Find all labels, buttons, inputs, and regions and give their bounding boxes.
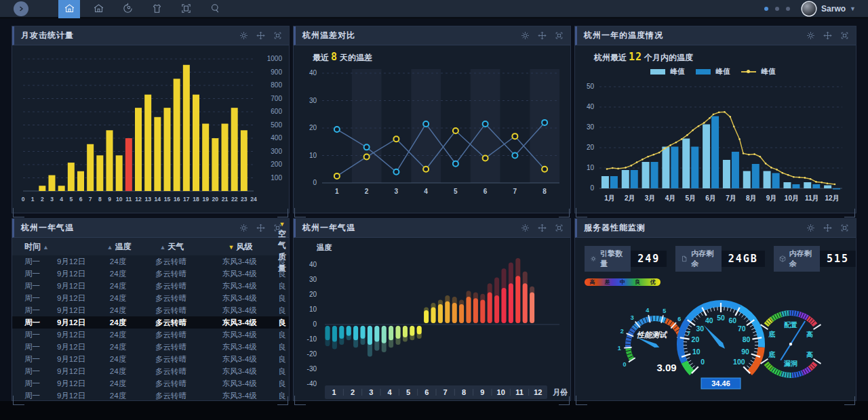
svg-text:30: 30	[696, 324, 704, 333]
svg-text:3: 3	[369, 388, 373, 396]
panel-title: 杭州一年气温	[21, 222, 74, 234]
move-icon[interactable]	[256, 224, 265, 232]
nav-item-refresh[interactable]	[117, 0, 138, 18]
fullscreen-icon[interactable]	[840, 224, 849, 232]
sort-arrow-icon[interactable]: ▲	[107, 244, 113, 251]
move-icon[interactable]	[538, 31, 547, 40]
pager-dot[interactable]	[786, 7, 790, 11]
table-row[interactable]: 周一9月12日24度多云转晴东风3-4级良	[12, 292, 289, 304]
table-cell: 24度	[98, 257, 138, 267]
svg-text:300: 300	[271, 148, 282, 155]
table-cell: 良	[275, 354, 289, 364]
svg-text:500: 500	[271, 121, 282, 129]
svg-text:600: 600	[271, 108, 282, 115]
gear-icon[interactable]	[239, 31, 248, 40]
svg-text:底: 底	[768, 331, 776, 338]
column-header-temperature[interactable]: ▲温度	[98, 241, 138, 253]
svg-text:34.46: 34.46	[711, 379, 730, 387]
nav-item-apparel[interactable]	[146, 0, 167, 18]
fullscreen-icon[interactable]	[555, 224, 564, 232]
table-row[interactable]: 周一9月12日24度多云转晴东风3-4级良	[12, 390, 289, 402]
table-cell: 良	[275, 379, 289, 389]
table-row[interactable]: 周一9月12日24度多云转晴东风3-4级良	[12, 329, 289, 341]
sort-arrow-icon[interactable]: ▲	[160, 244, 166, 251]
table-row[interactable]: 周一9月12日24度多云转晴东风3-4级良	[12, 268, 289, 280]
svg-text:3月: 3月	[645, 194, 656, 202]
table-cell: 9月12日	[45, 293, 98, 303]
svg-text:1: 1	[335, 188, 339, 195]
gear-icon[interactable]	[239, 224, 248, 232]
table-cell: 良	[275, 257, 289, 267]
table-row[interactable]: 周一9月12日24度多云转晴东风3-4级良	[12, 304, 289, 316]
move-icon[interactable]	[823, 31, 832, 40]
column-header-time[interactable]: 时间▲	[12, 241, 98, 253]
nav-item-home-active[interactable]	[58, 0, 80, 18]
sort-arrow-icon[interactable]: ▼	[279, 221, 285, 228]
gear-icon	[590, 255, 597, 263]
table-cell: 周一	[12, 391, 45, 401]
svg-text:17: 17	[183, 196, 190, 203]
table-row[interactable]: 周一9月12日24度多云转晴东风3-4级良	[12, 280, 289, 292]
table-row[interactable]: 周一9月12日24度多云转晴东风3-4级良	[12, 341, 289, 353]
move-icon[interactable]	[256, 31, 265, 40]
column-header-wind[interactable]: ▼风级	[203, 241, 275, 253]
table-cell: 9月12日	[45, 281, 98, 291]
nav-item-home[interactable]	[87, 0, 109, 18]
server-stats: 引擎数量 249 内存剩余 24GB 内存剩余 515	[575, 238, 856, 272]
table-cell: 良	[275, 269, 289, 279]
svg-text:0: 0	[590, 184, 594, 192]
svg-text:40: 40	[309, 261, 317, 268]
svg-text:5: 5	[69, 196, 73, 203]
nav-item-frame[interactable]	[175, 0, 197, 18]
table-row[interactable]: 周一9月12日24度多云转晴东风3-4级良	[12, 255, 289, 268]
svg-text:20: 20	[309, 124, 317, 131]
pager-dot[interactable]	[775, 7, 779, 11]
move-icon[interactable]	[538, 224, 547, 232]
svg-text:20: 20	[587, 144, 595, 151]
svg-text:7: 7	[89, 196, 92, 203]
svg-text:4: 4	[646, 307, 649, 314]
stat-value: 24GB	[722, 251, 765, 267]
collapse-button[interactable]	[14, 1, 28, 16]
svg-text:2: 2	[351, 388, 355, 396]
table-cell: 周一	[12, 257, 45, 267]
column-header-weather[interactable]: ▲天气	[138, 241, 203, 253]
table-cell: 9月12日	[45, 379, 98, 389]
table-cell: 多云转晴	[138, 379, 203, 389]
sort-arrow-icon[interactable]: ▼	[229, 244, 235, 251]
svg-text:30: 30	[587, 123, 595, 131]
sort-arrow-icon[interactable]: ▲	[43, 244, 49, 251]
table-row[interactable]: 周一9月12日24度多云转晴东风3-4级良	[12, 377, 289, 390]
svg-text:2: 2	[620, 328, 624, 335]
table-row[interactable]: 周一9月12日24度多云转晴东风3-4级良	[12, 365, 289, 377]
chevron-down-icon[interactable]: ▼	[850, 5, 856, 12]
table-row[interactable]: 周一9月12日24度多云转晴东风3-4级良	[12, 316, 289, 329]
avatar[interactable]	[802, 2, 816, 16]
svg-text:10: 10	[116, 196, 123, 203]
gear-icon[interactable]	[806, 224, 815, 232]
search-icon	[210, 3, 221, 14]
svg-text:5: 5	[663, 308, 666, 314]
pager-dot[interactable]	[764, 7, 768, 11]
table-cell: 9月12日	[45, 354, 98, 364]
table-cell: 周一	[12, 269, 45, 279]
svg-text:3.09: 3.09	[656, 362, 676, 373]
legend-line-marker	[741, 69, 756, 75]
nav-item-search[interactable]	[204, 0, 226, 18]
fullscreen-icon[interactable]	[273, 31, 282, 40]
svg-text:4: 4	[424, 188, 428, 195]
stat-engine-count: 引擎数量 249	[585, 246, 667, 272]
panel-weather-table: 杭州一年气温 时间▲ ▲温度 ▲天气 ▼风级 ▼空气质量 周一9月12日24度多…	[12, 218, 290, 401]
svg-text:4: 4	[388, 388, 393, 396]
svg-text:200: 200	[271, 161, 282, 168]
move-icon[interactable]	[823, 224, 832, 232]
gear-icon[interactable]	[521, 31, 530, 40]
fullscreen-icon[interactable]	[840, 31, 849, 40]
panel-year-temp-pills: 杭州一年气温 温度403020100-10-20-30-401234567891…	[293, 218, 571, 401]
fullscreen-icon[interactable]	[555, 31, 564, 40]
gear-icon[interactable]	[806, 31, 815, 40]
table-cell: 周一	[12, 318, 45, 328]
table-row[interactable]: 周一9月12日24度多云转晴东风3-4级良	[12, 353, 289, 365]
gear-icon[interactable]	[521, 224, 530, 232]
table-cell: 良	[275, 391, 289, 401]
